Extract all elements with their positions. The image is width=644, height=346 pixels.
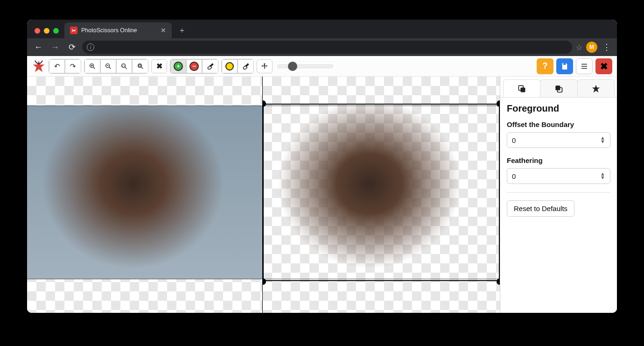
feathering-input[interactable]: 0 ▲▼ <box>507 168 610 184</box>
reload-button[interactable]: ⟳ <box>65 41 78 54</box>
browser-menu-icon[interactable]: ⋮ <box>601 42 612 52</box>
tab-foreground[interactable] <box>503 79 540 97</box>
help-button[interactable]: ? <box>537 58 553 74</box>
slider-knob[interactable] <box>288 62 297 71</box>
source-image <box>27 106 262 279</box>
app-logo <box>32 59 46 73</box>
crop-handle-top-right[interactable] <box>497 100 500 107</box>
offset-stepper[interactable]: ▲▼ <box>600 136 605 143</box>
mark-group <box>170 59 218 74</box>
offset-label: Offset the Boundary <box>507 120 610 128</box>
address-bar: ← → ⟳ i ☆ M ⋮ <box>27 38 617 56</box>
editor-content: Foreground Offset the Boundary 0 ▲▼ Feat… <box>27 77 617 313</box>
bookmark-star-icon[interactable]: ☆ <box>576 43 582 52</box>
close-tab-icon[interactable]: ✕ <box>161 27 166 34</box>
tab-strip: ✂ PhotoScissors Online ✕ ＋ <box>27 20 617 38</box>
eraser-marker-button[interactable] <box>202 59 218 73</box>
fullscreen-window-button[interactable] <box>53 28 59 34</box>
svg-line-11 <box>141 67 143 69</box>
feathering-field: Feathering 0 ▲▼ <box>507 156 610 184</box>
close-window-button[interactable] <box>35 28 40 34</box>
zoom-group: 1:1 <box>84 59 148 74</box>
background-marker-button[interactable] <box>186 59 202 73</box>
svg-rect-12 <box>139 64 140 66</box>
properties-sidebar: Foreground Offset the Boundary 0 ▲▼ Feat… <box>500 77 617 313</box>
hamburger-menu-button[interactable] <box>576 58 593 74</box>
zoom-fit-button[interactable] <box>132 59 148 73</box>
undo-button[interactable]: ↶ <box>49 59 65 73</box>
brush-size-slider[interactable] <box>277 64 333 68</box>
offset-value: 0 <box>512 136 516 144</box>
clear-marks-button[interactable] <box>151 59 167 73</box>
undo-redo-group: ↶ ↷ <box>49 59 81 74</box>
omnibox[interactable]: i <box>82 41 572 54</box>
browser-chrome: ✂ PhotoScissors Online ✕ ＋ ← → ⟳ i ☆ M ⋮ <box>27 20 617 56</box>
panel-title: Foreground <box>507 103 610 114</box>
tab-background[interactable] <box>540 79 577 97</box>
hair-group <box>221 59 254 74</box>
offset-field: Offset the Boundary 0 ▲▼ <box>507 120 610 148</box>
save-button[interactable] <box>556 58 573 74</box>
panel-body: Foreground Offset the Boundary 0 ▲▼ Feat… <box>500 98 617 222</box>
window-controls <box>35 28 59 34</box>
svg-line-5 <box>109 67 111 69</box>
feathering-stepper[interactable]: ▲▼ <box>600 172 605 179</box>
minimize-window-button[interactable] <box>44 28 49 34</box>
tab-effects[interactable] <box>577 79 615 97</box>
separator <box>507 192 610 193</box>
tab-title: PhotoScissors Online <box>81 27 157 34</box>
svg-line-8 <box>125 67 126 69</box>
feathering-value: 0 <box>512 172 516 180</box>
zoom-in-button[interactable] <box>84 59 100 73</box>
app-toolbar: ↶ ↷ 1:1 ? ✖ <box>27 56 617 77</box>
zoom-actual-button[interactable]: 1:1 <box>116 59 132 73</box>
feathering-label: Feathering <box>507 156 610 164</box>
reset-defaults-button[interactable]: Reset to Defaults <box>507 200 574 217</box>
crop-handle-bottom-right[interactable] <box>497 278 500 285</box>
zoom-out-button[interactable] <box>100 59 116 73</box>
result-pane[interactable] <box>263 77 500 313</box>
offset-input[interactable]: 0 ▲▼ <box>507 132 610 148</box>
svg-text:1:1: 1:1 <box>122 64 125 67</box>
browser-tab[interactable]: ✂ PhotoScissors Online ✕ <box>64 22 172 38</box>
foreground-marker-button[interactable] <box>170 59 186 73</box>
site-info-icon[interactable]: i <box>87 43 94 51</box>
hair-eraser-button[interactable] <box>238 59 253 73</box>
profile-avatar[interactable]: M <box>586 42 597 53</box>
crop-frame[interactable] <box>263 104 500 281</box>
browser-window: ✂ PhotoScissors Online ✕ ＋ ← → ⟳ i ☆ M ⋮… <box>27 20 617 313</box>
move-tool-button[interactable] <box>257 59 273 73</box>
redo-button[interactable]: ↷ <box>65 59 81 73</box>
sidebar-tabs <box>500 77 617 98</box>
new-tab-button[interactable]: ＋ <box>175 24 189 37</box>
svg-point-10 <box>138 64 141 67</box>
svg-line-1 <box>93 67 95 69</box>
tab-favicon: ✂ <box>70 27 77 34</box>
forward-button[interactable]: → <box>49 41 62 54</box>
close-app-button[interactable]: ✖ <box>595 58 612 74</box>
hair-marker-button[interactable] <box>222 59 238 73</box>
source-pane[interactable] <box>27 77 263 313</box>
back-button[interactable]: ← <box>32 41 45 54</box>
svg-rect-14 <box>521 87 525 92</box>
